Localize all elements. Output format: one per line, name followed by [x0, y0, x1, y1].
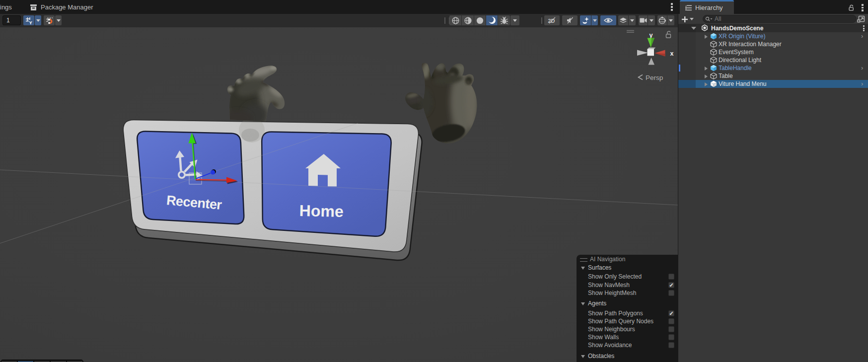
toggle-show-walls[interactable]: Show Walls: [577, 333, 678, 341]
camera-settings-button[interactable]: [639, 15, 648, 25]
grid-visibility-dropdown[interactable]: [35, 15, 41, 25]
hierarchy-row-viture-hand-menu[interactable]: Viture Hand Menu ›: [678, 80, 868, 88]
hierarchy-icon: [685, 5, 692, 11]
gizmos-dropdown[interactable]: [667, 15, 674, 25]
prefab-open-arrow[interactable]: ›: [861, 80, 863, 88]
popout-icon[interactable]: [857, 15, 865, 23]
hierarchy-row-table[interactable]: Table: [678, 72, 868, 80]
selected-cube-icon: [710, 80, 717, 87]
hand-menu-panel[interactable]: Recenter Home: [123, 120, 422, 260]
scene-visibility-button[interactable]: [600, 15, 616, 25]
draw-mode-shaded-button[interactable]: [474, 15, 486, 25]
foldout-open-icon[interactable]: [581, 302, 585, 305]
layers-icon: [619, 17, 627, 24]
scene-pane-menu-button[interactable]: [669, 3, 675, 11]
axis-y-label[interactable]: y: [650, 32, 653, 39]
svg-text:Y: Y: [29, 20, 32, 25]
debug-draw-mode-button[interactable]: [498, 15, 510, 25]
gizmo-center-cube[interactable]: [648, 49, 654, 56]
gizmos-sphere-icon: [658, 16, 666, 25]
toggle-show-only-selected[interactable]: Show Only Selected: [577, 273, 678, 281]
toggle-show-navmesh[interactable]: Show NavMesh ✓: [577, 281, 678, 289]
hierarchy-row-eventsystem[interactable]: EventSystem: [678, 48, 868, 56]
section-obstacles[interactable]: Obstacles: [577, 352, 678, 360]
checkbox[interactable]: [668, 334, 674, 340]
snap-magnet-icon: [45, 16, 54, 25]
row-gutter: [678, 40, 696, 48]
2d-view-toggle-button[interactable]: 2D: [544, 15, 560, 25]
gameobject-cube-icon: [710, 41, 717, 48]
hierarchy-row-xr-interaction-manager[interactable]: XR Interaction Manager: [678, 40, 868, 48]
prefab-open-arrow[interactable]: ›: [861, 32, 863, 40]
foldout-closed-icon[interactable]: [705, 67, 708, 71]
hierarchy-row-scene[interactable]: HandsDemoScene: [678, 24, 868, 32]
persp-label[interactable]: Persp: [646, 74, 663, 81]
foldout-closed-icon[interactable]: [705, 74, 708, 78]
plus-icon: [681, 16, 688, 23]
camera-icon: [640, 17, 647, 23]
shaded-wireframe-sphere-icon: [464, 16, 472, 25]
tab-package-manager[interactable]: Package Manager: [30, 3, 93, 11]
section-agents[interactable]: Agents: [577, 299, 678, 307]
grid-snap-dropdown[interactable]: [55, 15, 62, 25]
layers-dropdown[interactable]: [629, 15, 636, 25]
checkbox-checked[interactable]: ✓: [668, 310, 674, 316]
toggle-show-neighbours[interactable]: Show Neighbours: [577, 325, 678, 333]
hierarchy-row-xr-origin[interactable]: XR Origin (Viture) ›: [678, 32, 868, 40]
ai-navigation-header[interactable]: AI Navigation: [577, 255, 678, 263]
row-gutter: [678, 72, 696, 80]
home-button[interactable]: [262, 132, 391, 236]
layers-button[interactable]: [618, 15, 628, 25]
checkbox[interactable]: [668, 318, 674, 324]
row-gutter: [678, 48, 696, 56]
overlay-drag-handle-icon[interactable]: [580, 258, 587, 262]
foldout-open-icon[interactable]: [691, 27, 696, 30]
tab-project-settings-partial[interactable]: ings: [0, 3, 12, 11]
effects-dropdown[interactable]: [591, 15, 598, 25]
scene-menu-kebab[interactable]: [862, 25, 866, 31]
toggle-show-path-polygons[interactable]: Show Path Polygons ✓: [577, 309, 678, 317]
scene-toolbar: 1 Y: [0, 14, 678, 27]
lock-icon[interactable]: [848, 4, 855, 11]
prefab-open-arrow[interactable]: ›: [861, 64, 863, 72]
search-icon: [705, 16, 713, 22]
hierarchy-search-input[interactable]: All: [703, 15, 857, 23]
checkbox[interactable]: [668, 326, 674, 332]
hierarchy-row-tablehandle[interactable]: TableHandle ›: [678, 64, 868, 72]
override-indicator-bar: [679, 65, 680, 72]
draw-mode-dropdown[interactable]: [510, 15, 519, 25]
toggle-show-avoidance[interactable]: Show Avoidance: [577, 341, 678, 349]
gizmos-button[interactable]: [657, 15, 667, 25]
tab-hierarchy[interactable]: Hierarchy: [680, 0, 734, 14]
create-object-button[interactable]: [681, 15, 698, 23]
checkbox[interactable]: [668, 290, 674, 296]
checkbox[interactable]: [668, 274, 674, 280]
grid-visibility-button[interactable]: Y: [23, 15, 34, 25]
foldout-open-icon[interactable]: [581, 267, 585, 270]
row-gutter: [678, 80, 696, 88]
scene-lighting-button[interactable]: [486, 15, 498, 25]
audio-toggle-button[interactable]: [562, 15, 578, 25]
row-gutter: [678, 56, 696, 64]
grid-snap-button[interactable]: [44, 15, 55, 25]
grid-size-field[interactable]: 1: [2, 15, 21, 25]
ai-navigation-title: AI Navigation: [590, 255, 625, 263]
gizmo-x-axis[interactable]: [196, 180, 226, 180]
foldout-open-icon[interactable]: [581, 355, 585, 358]
effects-toggle-button[interactable]: [580, 15, 591, 25]
draw-mode-shaded-wireframe-button[interactable]: [462, 15, 474, 25]
draw-mode-wireframe-button[interactable]: [449, 15, 461, 25]
camera-settings-dropdown[interactable]: [648, 15, 655, 25]
axis-x-label[interactable]: x: [670, 50, 674, 57]
checkbox-checked[interactable]: ✓: [668, 282, 674, 288]
foldout-closed-icon[interactable]: [705, 35, 708, 39]
section-surfaces[interactable]: Surfaces: [577, 264, 678, 272]
checkbox[interactable]: [668, 342, 674, 348]
unity-editor-window: ings Package Manager 1 Y: [0, 0, 868, 362]
hierarchy-row-directional-light[interactable]: Directional Light: [678, 56, 868, 64]
foldout-closed-icon[interactable]: [705, 82, 708, 86]
toggle-show-path-query-nodes[interactable]: Show Path Query Nodes: [577, 317, 678, 325]
toggle-show-heightmesh[interactable]: Show HeightMesh: [577, 289, 678, 297]
gameobject-cube-icon: [710, 49, 717, 56]
hierarchy-menu-button[interactable]: [860, 4, 865, 11]
